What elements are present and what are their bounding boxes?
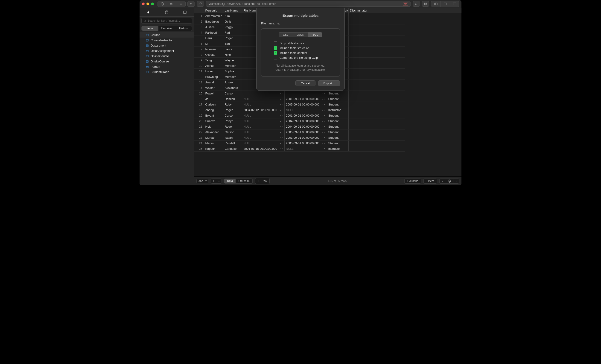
view-structure[interactable]: Structure [236, 179, 252, 183]
cell[interactable]: 2001-01-15 00:00:00.000▴ ▾ [242, 146, 284, 152]
cell[interactable]: Alexandra [223, 85, 242, 91]
stepper-icon[interactable]: ▴ ▾ [322, 130, 325, 134]
cell[interactable]: Yan [223, 41, 242, 47]
row-index[interactable]: 12 [194, 74, 204, 80]
row-index[interactable]: 8 [194, 52, 204, 58]
sidebar-item-course[interactable]: Course [140, 32, 194, 38]
cell[interactable]: Instructor [327, 146, 348, 152]
cancel-button[interactable]: Cancel [295, 81, 315, 86]
row-index[interactable]: 25 [194, 146, 204, 152]
cell[interactable]: NULL▴ ▾ [242, 96, 284, 102]
stepper-icon[interactable]: ▴ ▾ [322, 119, 325, 123]
prev-page-icon[interactable]: ‹ [440, 179, 445, 183]
cell[interactable]: Carson [223, 113, 242, 118]
opt-include-content[interactable]: Include table content [265, 51, 336, 55]
zoom-window-button[interactable] [151, 2, 154, 5]
cell[interactable]: Roger [223, 124, 242, 130]
row-index[interactable]: 1 [194, 13, 204, 19]
cell[interactable]: Sophia [223, 69, 242, 74]
cell[interactable]: 2001-09-01 00:00:00.000▴ ▾ [284, 113, 327, 118]
opt-include-structure[interactable]: Include table structure [265, 46, 336, 50]
tab-history[interactable]: History [175, 26, 192, 31]
cell[interactable]: 2001-09-01 00:00:00.000▴ ▾ [284, 96, 327, 102]
cell[interactable]: 2004-02-12 00:00:00.000▴ ▾ [242, 107, 284, 113]
stepper-icon[interactable]: ▴ ▾ [280, 108, 283, 112]
cell[interactable]: Peggy [223, 24, 242, 30]
cell[interactable]: NULL▴ ▾ [242, 130, 284, 135]
format-json[interactable]: JSON [293, 32, 308, 37]
cell[interactable]: Barzdukas [204, 19, 223, 24]
cell[interactable]: Wayne [223, 58, 242, 63]
stepper-icon[interactable]: ▴ ▾ [280, 130, 283, 134]
cell[interactable]: NULL▴ ▾ [284, 146, 327, 152]
cell[interactable]: Fadi [223, 30, 242, 35]
sidebar-item-department[interactable]: Department [140, 43, 194, 48]
cell[interactable]: Student [327, 130, 348, 135]
col-lastname[interactable]: LastName [223, 8, 242, 13]
cell[interactable]: Student [327, 124, 348, 130]
cell[interactable]: Carson [223, 91, 242, 96]
minimize-window-button[interactable] [146, 2, 149, 5]
cell[interactable]: NULL▴ ▾ [242, 141, 284, 146]
grid-icon[interactable] [422, 1, 429, 7]
stepper-icon[interactable]: ▴ ▾ [280, 97, 283, 101]
plus-icon[interactable]: ＋ [211, 179, 216, 184]
sidebar-item-person[interactable]: Person [140, 64, 194, 69]
next-page-icon[interactable]: › [453, 179, 459, 183]
row-index[interactable]: 5 [194, 35, 204, 41]
table-row[interactable]: 23MorganIsaiahNULL▴ ▾2001-09-01 00:00:00… [194, 135, 461, 141]
table-row[interactable]: 18ZhengRoger2004-02-12 00:00:00.000▴ ▾NU… [194, 107, 461, 113]
cell[interactable]: ▴ ▾ [284, 91, 327, 96]
disconnect-icon[interactable] [158, 1, 167, 7]
cell[interactable]: Roger [223, 35, 242, 41]
cell[interactable]: Damien [223, 96, 242, 102]
table-row[interactable]: 22AlexanderCarsonNULL▴ ▾2005-09-01 00:00… [194, 130, 461, 135]
cell[interactable]: Roger [223, 107, 242, 113]
cell[interactable]: Holt [204, 124, 223, 130]
row-index[interactable]: 3 [194, 24, 204, 30]
cell[interactable]: Abercrombie [204, 13, 223, 19]
opt-drop-table[interactable]: Drop table if exists [265, 41, 336, 45]
row-index[interactable]: 13 [194, 80, 204, 85]
gear-icon[interactable] [445, 179, 453, 183]
table-row[interactable]: 24MartinRandallNULL▴ ▾2005-09-01 00:00:0… [194, 141, 461, 146]
bolt-icon[interactable] [145, 10, 152, 15]
layout-bottom-icon[interactable] [441, 1, 450, 7]
schema-select[interactable]: dbo ▴▾ [196, 179, 208, 183]
cell[interactable]: Carson [223, 130, 242, 135]
cell[interactable]: Candace [223, 146, 242, 152]
row-index[interactable]: 15 [194, 91, 204, 96]
cell[interactable]: Laura [223, 47, 242, 52]
sidebar-item-studentgrade[interactable]: StudentGrade [140, 69, 194, 75]
layout-sidebar-icon[interactable] [431, 1, 441, 7]
tab-items[interactable]: Items [142, 26, 159, 31]
cell[interactable]: Carlson [204, 102, 223, 107]
cell[interactable]: ▴ ▾ [242, 91, 284, 96]
row-index[interactable]: 6 [194, 41, 204, 47]
cell[interactable]: Robyn [223, 102, 242, 107]
row-index[interactable]: 14 [194, 85, 204, 91]
database-icon[interactable] [163, 10, 170, 15]
stepper-icon[interactable]: ▴ ▾ [322, 147, 325, 151]
cell[interactable]: Anand [204, 80, 223, 85]
cell[interactable]: 2005-09-01 00:00:00.000▴ ▾ [284, 130, 327, 135]
opt-gzip[interactable]: Compress the file using Gzip [265, 56, 336, 60]
chevron-down-icon[interactable]: ▾ [216, 179, 222, 184]
row-index[interactable]: 19 [194, 113, 204, 118]
cell[interactable]: Zheng [204, 107, 223, 113]
cell[interactable]: NULL▴ ▾ [284, 107, 327, 113]
cell[interactable]: Olivotto [204, 52, 223, 58]
lock-icon[interactable] [187, 1, 195, 7]
cell[interactable]: Justice [204, 24, 223, 30]
row-index[interactable]: 10 [194, 63, 204, 69]
cell[interactable]: Alexander [204, 130, 223, 135]
sidebar-item-onsitecourse[interactable]: OnsiteCourse [140, 59, 194, 64]
row-index[interactable]: 20 [194, 118, 204, 124]
cell[interactable]: Student [327, 91, 348, 96]
cell[interactable]: 2004-09-01 00:00:00.000▴ ▾ [284, 118, 327, 124]
cell[interactable]: Morgan [204, 135, 223, 141]
format-csv[interactable]: CSV [279, 32, 293, 37]
layout-right-icon[interactable] [450, 1, 459, 7]
row-index[interactable]: 22 [194, 130, 204, 135]
cell[interactable]: Student [327, 102, 348, 107]
